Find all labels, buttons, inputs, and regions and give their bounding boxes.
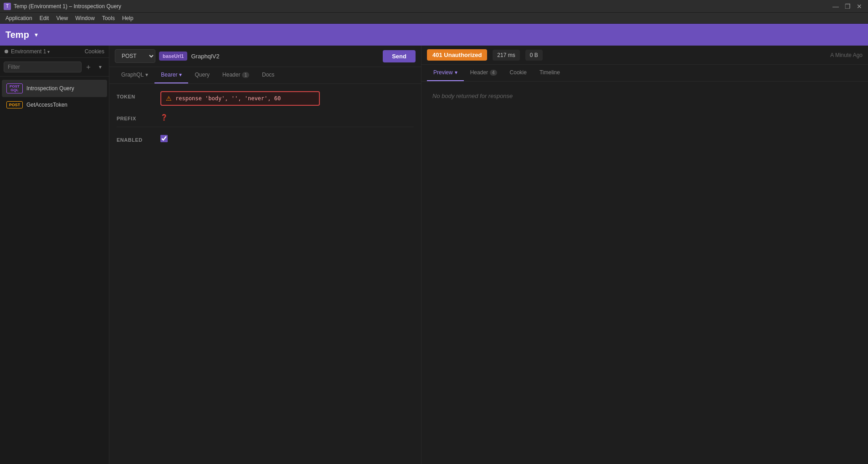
app-body: Temp ▾ Environment 1 ▾ Cookies ＋ ▾ POSTG…: [0, 24, 868, 464]
workspace-name: Temp: [5, 30, 29, 40]
menubar: Application Edit View Window Tools Help: [0, 13, 868, 24]
enabled-row: ENABLED: [117, 134, 414, 143]
titlebar: T Temp (Environment 1) – Introspection Q…: [0, 0, 868, 13]
tab-header-badge: 1: [242, 72, 249, 78]
menu-help[interactable]: Help: [118, 14, 137, 22]
url-input[interactable]: [191, 53, 379, 60]
response-size-badge: 0 B: [525, 50, 543, 61]
tab-bearer-label: Bearer: [161, 72, 177, 78]
status-badge: 401 Unauthorized: [427, 49, 487, 61]
token-input-box[interactable]: ⚠ response 'body', '', 'never', 60: [160, 91, 320, 106]
request-area: POST GET PUT DELETE baseUrl1 Send GraphQ…: [109, 46, 421, 464]
tab-preview[interactable]: Preview ▾: [427, 65, 464, 81]
content-area: Environment 1 ▾ Cookies ＋ ▾ POSTGQL Intr…: [0, 46, 868, 464]
sidebar-filter-bar: ＋ ▾: [0, 58, 109, 77]
tab-timeline[interactable]: Timeline: [533, 65, 566, 81]
tab-bearer-dropdown[interactable]: ▾: [179, 72, 182, 78]
tab-query-label: Query: [195, 72, 210, 78]
env-dropdown-icon[interactable]: ▾: [47, 49, 50, 54]
prefix-label: PREFIX: [117, 113, 153, 121]
tab-bearer[interactable]: Bearer ▾: [154, 67, 188, 83]
tab-graphql-dropdown[interactable]: ▾: [145, 72, 148, 78]
window-controls: — ❐ ✕: [831, 1, 864, 11]
bearer-token-area: TOKEN ⚠ response 'body', '', 'never', 60…: [109, 84, 421, 464]
tab-graphql[interactable]: GraphQL ▾: [115, 67, 154, 83]
send-button[interactable]: Send: [383, 50, 416, 62]
tab-docs[interactable]: Docs: [256, 67, 281, 83]
request-tabs-bar: GraphQL ▾ Bearer ▾ Query Header 1 Docs: [109, 67, 421, 84]
tab-graphql-label: GraphQL: [121, 72, 144, 78]
response-time-badge: 217 ms: [493, 50, 519, 61]
enabled-label: ENABLED: [117, 134, 153, 143]
env-selector[interactable]: Environment 1: [11, 48, 46, 55]
cookies-link[interactable]: Cookies: [85, 48, 104, 55]
sidebar-options-button[interactable]: ▾: [95, 62, 105, 72]
tab-header-label: Header: [222, 72, 240, 78]
no-body-message: No body returned for response: [432, 93, 513, 99]
menu-view[interactable]: View: [52, 14, 72, 22]
tab-query[interactable]: Query: [188, 67, 216, 83]
sidebar-filter-input[interactable]: [4, 62, 82, 72]
sidebar-item-label-introspection: Introspection Query: [26, 85, 74, 92]
request-bar: POST GET PUT DELETE baseUrl1 Send: [109, 46, 421, 67]
sidebar-items-list: POSTGQL Introspection Query POST GetAcce…: [0, 77, 109, 464]
menu-application[interactable]: Application: [2, 14, 36, 22]
response-header: 401 Unauthorized 217 ms 0 B A Minute Ago: [421, 46, 868, 65]
token-row: TOKEN ⚠ response 'body', '', 'never', 60: [117, 91, 414, 106]
enabled-checkbox[interactable]: [160, 135, 168, 142]
workspace-header: Temp ▾: [0, 24, 868, 46]
tab-timeline-label: Timeline: [539, 69, 560, 76]
method-select[interactable]: POST GET PUT DELETE: [115, 49, 155, 63]
response-body: No body returned for response: [421, 82, 868, 464]
tab-cookie[interactable]: Cookie: [503, 65, 533, 81]
tab-response-header[interactable]: Header 4: [464, 65, 503, 81]
response-tabs-bar: Preview ▾ Header 4 Cookie Timeline: [421, 65, 868, 82]
sidebar-item-getaccesstoken[interactable]: POST GetAccessToken: [2, 98, 107, 112]
sidebar-item-label-getaccesstoken: GetAccessToken: [26, 102, 67, 108]
tab-response-header-label: Header: [470, 69, 488, 76]
response-area: 401 Unauthorized 217 ms 0 B A Minute Ago…: [421, 46, 868, 464]
response-timestamp: A Minute Ago: [830, 52, 863, 58]
env-cookies-bar: Environment 1 ▾ Cookies: [0, 46, 109, 58]
tab-header[interactable]: Header 1: [216, 67, 256, 83]
base-url-badge: baseUrl1: [159, 52, 187, 61]
warning-icon: ⚠: [166, 95, 172, 102]
window-title: Temp (Environment 1) – Introspection Que…: [14, 3, 831, 10]
tab-preview-label: Preview: [433, 69, 453, 76]
token-value: response 'body', '', 'never', 60: [175, 95, 281, 102]
maximize-button[interactable]: ❐: [842, 1, 853, 11]
menu-tools[interactable]: Tools: [98, 14, 118, 22]
menu-edit[interactable]: Edit: [36, 14, 53, 22]
help-icon[interactable]: ❓: [160, 114, 168, 121]
sidebar: Environment 1 ▾ Cookies ＋ ▾ POSTGQL Intr…: [0, 46, 109, 464]
tab-docs-label: Docs: [262, 72, 274, 78]
method-badge-gql: POSTGQL: [6, 83, 23, 93]
token-label: TOKEN: [117, 91, 153, 99]
workspace-dropdown-icon[interactable]: ▾: [35, 31, 38, 38]
tab-preview-dropdown[interactable]: ▾: [455, 69, 457, 76]
tab-cookie-label: Cookie: [510, 69, 527, 76]
env-status-dot: [5, 50, 8, 53]
app-icon: T: [4, 3, 11, 10]
minimize-button[interactable]: —: [831, 1, 841, 11]
sidebar-add-button[interactable]: ＋: [83, 62, 93, 72]
sidebar-item-introspection-query[interactable]: POSTGQL Introspection Query: [2, 80, 107, 97]
menu-window[interactable]: Window: [72, 14, 98, 22]
method-badge-post: POST: [6, 101, 23, 108]
token-input-wrapper: ⚠ response 'body', '', 'never', 60: [160, 91, 414, 106]
tab-response-header-badge: 4: [490, 70, 497, 76]
prefix-row: PREFIX ❓: [117, 113, 414, 127]
close-button[interactable]: ✕: [854, 1, 864, 11]
